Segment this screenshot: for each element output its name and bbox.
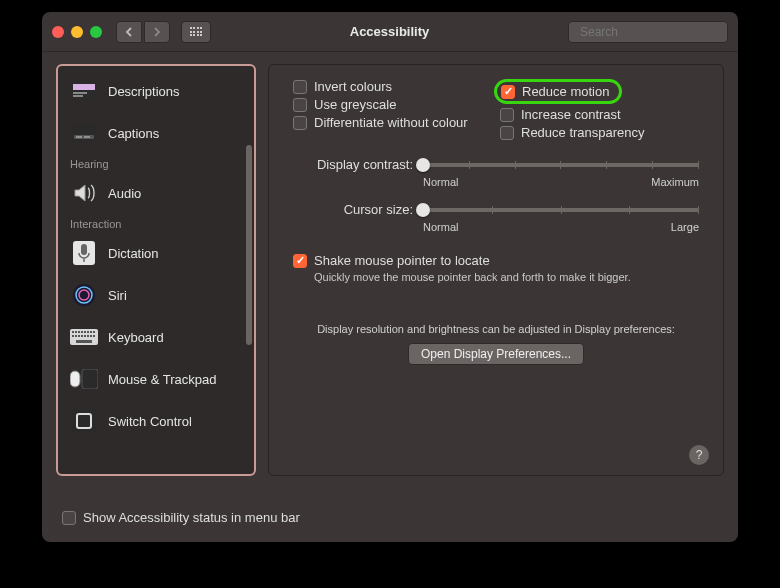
checkbox-icon[interactable] (500, 126, 514, 140)
svg-rect-28 (87, 335, 89, 337)
sidebar-item-label: Captions (108, 126, 159, 141)
window-controls (52, 26, 102, 38)
close-window-icon[interactable] (52, 26, 64, 38)
slider-knob-icon[interactable] (416, 158, 430, 172)
checkbox-icon[interactable] (293, 80, 307, 94)
show-all-button[interactable] (181, 21, 211, 43)
reduce-motion-highlight: Reduce motion (494, 79, 622, 104)
invert-colours-row[interactable]: Invert colours (293, 79, 492, 94)
cursor-size-slider[interactable] (423, 208, 699, 212)
svg-rect-33 (82, 369, 98, 389)
sidebar-item-label: Audio (108, 186, 141, 201)
checkbox-label: Reduce motion (522, 84, 609, 99)
svg-rect-31 (76, 340, 92, 343)
help-button[interactable]: ? (689, 445, 709, 465)
svg-rect-21 (90, 331, 92, 333)
increase-contrast-row[interactable]: Increase contrast (500, 107, 699, 122)
sidebar-section-interaction: Interaction (58, 214, 254, 232)
mouse-trackpad-icon (70, 368, 98, 390)
svg-rect-24 (75, 335, 77, 337)
svg-rect-19 (84, 331, 86, 333)
body: Descriptions Captions Hearing Audio Inte… (42, 52, 738, 510)
slider-min-label: Normal (423, 221, 458, 233)
footer: Show Accessibility status in menu bar (42, 510, 738, 542)
svg-rect-16 (75, 331, 77, 333)
display-pref-hint: Display resolution and brightness can be… (293, 323, 699, 335)
titlebar: Accessibility (42, 12, 738, 52)
captions-icon (70, 122, 98, 144)
svg-rect-3 (73, 92, 87, 94)
slider-knob-icon[interactable] (416, 203, 430, 217)
checkbox-label: Reduce transparency (521, 125, 645, 140)
checkbox-icon[interactable] (62, 511, 76, 525)
sidebar-item-captions[interactable]: Captions (58, 112, 254, 154)
checkbox-label: Increase contrast (521, 107, 621, 122)
svg-rect-30 (93, 335, 95, 337)
svg-rect-5 (71, 124, 97, 142)
sidebar-item-keyboard[interactable]: Keyboard (58, 316, 254, 358)
cursor-size-block: Cursor size: Normal Large (293, 202, 699, 233)
slider-label: Display contrast: (293, 157, 413, 172)
use-greyscale-row[interactable]: Use greyscale (293, 97, 492, 112)
svg-rect-29 (90, 335, 92, 337)
svg-rect-18 (81, 331, 83, 333)
zoom-window-icon[interactable] (90, 26, 102, 38)
grid-icon (190, 27, 203, 36)
display-contrast-slider[interactable] (423, 163, 699, 167)
keyboard-icon (70, 326, 98, 348)
nav-buttons (116, 21, 170, 43)
checkbox-label: Shake mouse pointer to locate (314, 253, 490, 268)
display-contrast-block: Display contrast: Normal Maximum (293, 157, 699, 188)
show-accessibility-menubar-row[interactable]: Show Accessibility status in menu bar (62, 510, 300, 525)
checkbox-icon[interactable] (501, 85, 515, 99)
checkbox-icon[interactable] (293, 116, 307, 130)
checkbox-label: Differentiate without colour (314, 115, 468, 130)
chevron-right-icon (153, 27, 161, 37)
svg-rect-20 (87, 331, 89, 333)
window-title: Accessibility (219, 24, 560, 39)
sidebar-item-mouse-trackpad[interactable]: Mouse & Trackpad (58, 358, 254, 400)
reduce-transparency-row[interactable]: Reduce transparency (500, 125, 699, 140)
descriptions-icon (70, 80, 98, 102)
checkbox-label: Invert colours (314, 79, 392, 94)
sidebar-item-label: Keyboard (108, 330, 164, 345)
back-button[interactable] (116, 21, 142, 43)
microphone-icon (70, 242, 98, 264)
sidebar-item-dictation[interactable]: Dictation (58, 232, 254, 274)
switch-control-icon (70, 410, 98, 432)
sidebar-item-switch-control[interactable]: Switch Control (58, 400, 254, 442)
sidebar-item-label: Dictation (108, 246, 159, 261)
minimize-window-icon[interactable] (71, 26, 83, 38)
checkbox-icon[interactable] (293, 254, 307, 268)
svg-rect-10 (81, 244, 87, 255)
sidebar-item-audio[interactable]: Audio (58, 172, 254, 214)
svg-rect-22 (93, 331, 95, 333)
svg-rect-26 (81, 335, 83, 337)
sidebar-section-hearing: Hearing (58, 154, 254, 172)
checkbox-icon[interactable] (293, 98, 307, 112)
sidebar-scrollbar[interactable] (246, 70, 252, 470)
open-display-preferences-button[interactable]: Open Display Preferences... (408, 343, 584, 365)
forward-button[interactable] (144, 21, 170, 43)
sidebar-item-label: Descriptions (108, 84, 180, 99)
sidebar-item-descriptions[interactable]: Descriptions (58, 70, 254, 112)
differentiate-colour-row[interactable]: Differentiate without colour (293, 115, 492, 130)
svg-rect-23 (72, 335, 74, 337)
sidebar-item-label: Switch Control (108, 414, 192, 429)
slider-min-label: Normal (423, 176, 458, 188)
siri-icon (70, 284, 98, 306)
svg-rect-15 (72, 331, 74, 333)
checkbox-grid: Invert colours Use greyscale Differentia… (293, 79, 699, 143)
sidebar-item-siri[interactable]: Siri (58, 274, 254, 316)
search-field[interactable] (568, 21, 728, 43)
sidebar-item-label: Mouse & Trackpad (108, 372, 216, 387)
svg-rect-32 (70, 371, 80, 387)
svg-rect-7 (76, 137, 82, 138)
shake-block: Shake mouse pointer to locate Quickly mo… (293, 253, 699, 283)
shake-to-locate-row[interactable]: Shake mouse pointer to locate (293, 253, 699, 268)
svg-rect-17 (78, 331, 80, 333)
sidebar-item-label: Siri (108, 288, 127, 303)
search-input[interactable] (580, 25, 730, 39)
checkbox-icon[interactable] (500, 108, 514, 122)
reduce-motion-row[interactable]: Reduce motion (500, 79, 699, 104)
